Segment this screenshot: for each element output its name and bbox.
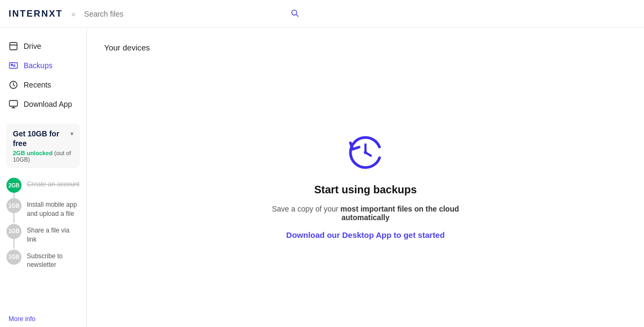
steps-container: 2GB Create an account 1GB Install mobile… xyxy=(6,178,80,275)
step-text-4: Subscribe to newsletter xyxy=(27,250,80,270)
download-desktop-app-link[interactable]: Download our Desktop App to get started xyxy=(286,230,444,239)
main-layout: Drive Backups xyxy=(0,28,644,327)
step-row: 1GB Share a file via link xyxy=(6,224,80,244)
sidebar-item-download-app-label: Download App xyxy=(24,100,72,108)
step-row: 2GB Create an account xyxy=(6,178,80,193)
subtitle-prefix: Save a copy of your xyxy=(272,205,341,213)
promo-title: Get 10GB for free xyxy=(13,129,70,148)
sidebar: Drive Backups xyxy=(0,28,87,327)
page-title: Your devices xyxy=(104,43,627,52)
promo-unlocked-amount: 2GB unlocked xyxy=(13,150,53,156)
recents-icon xyxy=(9,80,18,90)
start-title: Start using backups xyxy=(314,184,416,196)
step-line-3 xyxy=(13,239,14,249)
sidebar-item-download-app[interactable]: Download App xyxy=(0,95,86,114)
collapse-button[interactable]: « xyxy=(69,8,78,20)
svg-rect-4 xyxy=(11,64,13,66)
svg-rect-3 xyxy=(10,63,18,69)
promo-unlocked: 2GB unlocked (out of 10GB) xyxy=(13,150,74,163)
content-body: Start using backups Save a copy of your … xyxy=(87,61,644,327)
step-text-3: Share a file via link xyxy=(27,224,80,244)
step-text-1: Create an account xyxy=(27,178,79,189)
sidebar-item-backups-label: Backups xyxy=(24,61,53,70)
logo: INTERNXT xyxy=(9,9,63,19)
step-badge-1: 2GB xyxy=(6,178,21,193)
step-badge-4: 1GB xyxy=(6,250,21,265)
download-app-icon xyxy=(9,99,18,109)
svg-rect-8 xyxy=(10,100,18,106)
backup-icon-wrap xyxy=(341,127,390,175)
svg-line-1 xyxy=(296,14,298,17)
step-line-2 xyxy=(13,213,14,223)
more-info-link[interactable]: More info xyxy=(0,311,86,327)
svg-point-14 xyxy=(364,151,367,154)
drive-icon xyxy=(9,41,18,51)
sidebar-item-drive[interactable]: Drive xyxy=(0,37,86,56)
step-text-2: Install mobile app and upload a file xyxy=(27,198,80,219)
app-header: INTERNXT « xyxy=(0,0,644,28)
step-row: 1GB Install mobile app and upload a file xyxy=(6,198,80,219)
promo-chevron-icon[interactable]: ▾ xyxy=(70,130,74,137)
search-input[interactable] xyxy=(84,10,287,18)
sidebar-item-drive-label: Drive xyxy=(24,42,41,50)
step-badge-3: 1GB xyxy=(6,224,21,239)
start-subtitle: Save a copy of your most important files… xyxy=(258,205,473,222)
sidebar-item-backups[interactable]: Backups xyxy=(0,56,86,75)
search-icon[interactable] xyxy=(290,9,299,19)
backup-icon xyxy=(341,127,390,175)
svg-rect-2 xyxy=(10,42,17,50)
content-header: Your devices xyxy=(87,28,644,61)
search-bar xyxy=(84,9,299,19)
sidebar-item-recents[interactable]: Recents xyxy=(0,75,86,95)
content-area: Your devices Start using backups Save a xyxy=(87,28,644,327)
backups-icon xyxy=(9,61,18,70)
step-badge-2: 1GB xyxy=(6,198,21,213)
step-row: 1GB Subscribe to newsletter xyxy=(6,250,80,270)
storage-promo: Get 10GB for free ▾ 2GB unlocked (out of… xyxy=(6,123,80,168)
nav-section: Drive Backups xyxy=(0,28,86,118)
sidebar-item-recents-label: Recents xyxy=(24,81,51,89)
subtitle-bold: most important files on the cloud automa… xyxy=(340,205,459,222)
